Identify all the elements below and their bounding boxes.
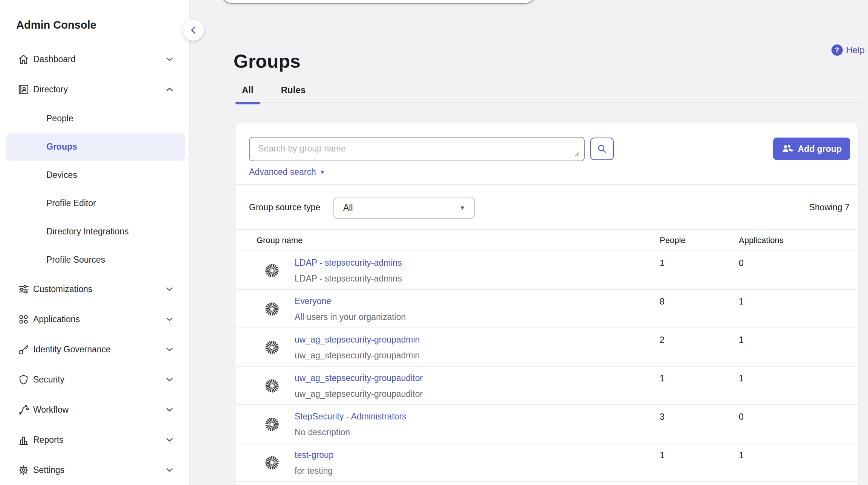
group-name-link[interactable]: test-group [295,449,334,461]
add-group-label: Add group [798,144,842,154]
key-icon [17,343,30,356]
caret-down-icon: ▼ [459,205,465,211]
applications-count: 0 [739,405,858,443]
group-name-link[interactable]: uw_ag_stepsecurity-groupauditor [295,372,423,384]
add-group-icon [782,144,793,155]
sidebar-item-settings[interactable]: Settings [0,455,190,485]
people-count: 3 [660,405,739,443]
group-avatar-icon [264,378,280,394]
sidebar-item-profile-editor[interactable]: Profile Editor [0,189,190,217]
table-header: Group name People Applications [235,230,858,251]
sidebar-item-workflow[interactable]: Workflow [0,395,190,425]
group-description: LDAP - stepsecurity-admins [295,273,660,284]
sidebar-item-label: Dashboard [33,54,76,64]
sidebar-item-applications[interactable]: Applications [0,304,190,334]
chevron-down-icon [166,347,173,352]
sidebar-item-label: Security [33,375,64,385]
chevron-down-icon [166,377,173,382]
applications-count: 1 [739,444,858,481]
bar-chart-icon [17,434,30,446]
column-header-people[interactable]: People [660,236,739,245]
group-avatar-icon [264,339,280,356]
workflow-icon [17,404,30,416]
main-content: Groups ? Help All Rules [190,0,868,485]
group-name-link[interactable]: StepSecurity - Administrators [295,411,406,422]
sidebar-item-label: Groups [46,142,77,152]
group-search-input[interactable] [249,137,585,161]
sidebar-item-identity-governance[interactable]: Identity Governance [0,334,190,364]
tab-rules[interactable]: Rules [275,85,312,102]
sidebar-item-label: Directory Integrations [46,226,129,237]
selected-option: All [343,203,353,213]
admin-console-app: Admin Console Dashboard [0,0,868,485]
chevron-down-icon [166,317,173,322]
group-source-type-label: Group source type [249,202,320,213]
chevron-up-icon [166,87,173,92]
tab-all[interactable]: All [235,85,260,102]
sidebar-item-customizations[interactable]: Customizations [0,274,190,304]
group-description: uw_ag_stepsecurity-groupauditor [295,388,660,399]
sidebar-item-security[interactable]: Security [0,364,190,395]
shield-icon [17,373,30,386]
sliders-icon [17,283,30,295]
search-icon [596,143,608,155]
group-name-link[interactable]: Everyone [295,295,331,307]
people-count: 1 [660,444,739,481]
sidebar-item-directory[interactable]: Directory [0,74,190,104]
people-count: 1 [660,251,739,289]
sidebar-item-profile-sources[interactable]: Profile Sources [0,246,190,274]
table-row: LDAP - stepsecurity-admins LDAP - stepse… [235,251,858,290]
sidebar-item-groups[interactable]: Groups [6,133,185,161]
help-label: Help [846,45,865,55]
page-title: Groups [234,50,301,72]
column-header-group-name[interactable]: Group name [257,236,660,245]
chevron-down-icon [166,467,173,473]
chevron-down-icon [166,57,173,62]
sidebar-item-people[interactable]: People [0,104,190,133]
sidebar-item-label: People [46,113,73,124]
group-description: for testing [295,465,660,476]
divider [235,184,858,185]
apps-grid-icon [17,313,30,326]
group-name-link[interactable]: LDAP - stepsecurity-admins [295,257,402,268]
sidebar-item-devices[interactable]: Devices [0,161,190,189]
id-card-icon [17,83,30,96]
help-link[interactable]: ? Help [831,44,865,56]
table-row: test-group for testing 1 1 [235,444,858,482]
sidebar-item-label: Profile Sources [46,255,105,265]
group-description: No description [295,427,660,438]
sidebar: Admin Console Dashboard [0,0,190,485]
people-count: 1 [660,367,739,404]
sidebar-nav: Dashboard Directory [0,44,190,485]
sidebar-item-label: Profile Editor [46,198,96,208]
sidebar-item-reports[interactable]: Reports [0,425,190,455]
column-header-applications[interactable]: Applications [739,236,858,245]
chevron-down-icon [166,286,173,292]
people-count: 8 [660,290,739,327]
applications-count: 1 [739,328,858,366]
group-name-link[interactable]: uw_ag_stepsecurity-groupadmin [295,334,420,345]
tab-bar: All Rules [235,85,863,103]
global-search-partial[interactable] [221,0,536,4]
sidebar-item-label: Workflow [33,405,69,415]
search-button[interactable] [590,138,614,160]
help-icon: ? [831,44,843,56]
people-count: 2 [660,328,739,366]
group-source-type-select[interactable]: All ▼ [333,197,475,219]
advanced-search-toggle[interactable]: Advanced search ▼ [249,167,325,177]
sidebar-item-label: Identity Governance [33,344,111,355]
showing-count: Showing 7 [809,202,850,213]
add-group-button[interactable]: Add group [773,138,850,160]
groups-table: Group name People Applications LDAP - st… [235,230,858,485]
sidebar-item-directory-integrations[interactable]: Directory Integrations [0,217,190,246]
sidebar-item-dashboard[interactable]: Dashboard [0,44,190,74]
group-description: All users in your organization [295,311,660,323]
sidebar-collapse-button[interactable] [183,20,204,41]
chevron-down-icon [166,407,173,412]
group-description: uw_ag_stepsecurity-groupadmin [295,350,660,361]
sidebar-item-label: Customizations [33,284,92,294]
table-row: uw_ag_stepsecurity-groupauditor uw_ag_st… [235,367,858,405]
group-avatar-icon [264,416,280,433]
group-avatar-icon [264,454,280,471]
group-avatar-icon [264,262,280,279]
